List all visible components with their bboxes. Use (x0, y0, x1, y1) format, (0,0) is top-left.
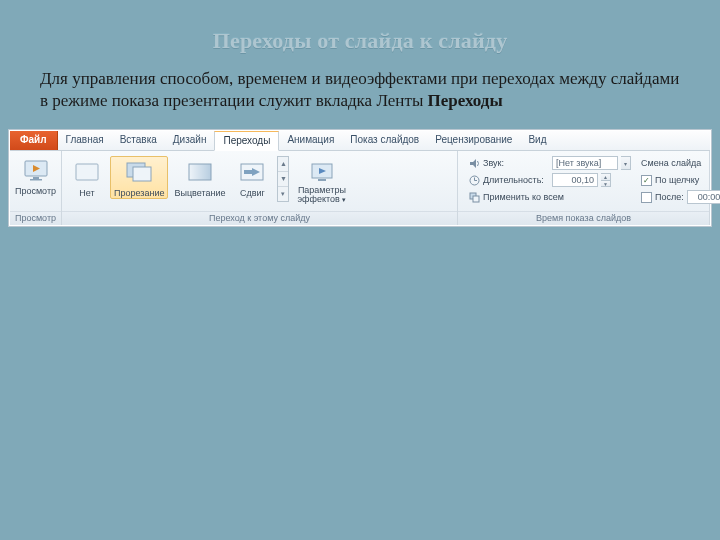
preview-label: Просмотр (15, 186, 56, 196)
after-row: После: 00:00,00 ▲▼ (641, 190, 720, 205)
tab-design[interactable]: Дизайн (165, 131, 215, 150)
timing-controls: Звук: [Нет звука] ▾ Длительность: 00,10 … (462, 154, 705, 205)
duration-row: Длительность: 00,10 ▲▼ (468, 173, 631, 188)
on-click-checkbox[interactable]: ✓ (641, 175, 652, 186)
chevron-down-icon: ▾ (342, 196, 346, 203)
timing-right-column: Смена слайда ✓ По щелчку После: 00:00,00… (641, 156, 720, 205)
svg-rect-6 (133, 167, 151, 181)
svg-rect-7 (189, 164, 211, 180)
gallery-expand[interactable]: ▾ (278, 187, 288, 201)
effect-options-button[interactable]: Параметрыэффектов ▾ (291, 156, 350, 205)
transition-cut-icon (125, 158, 153, 186)
transition-none[interactable]: Нет (66, 156, 108, 198)
transition-fade[interactable]: Выцветание (170, 156, 229, 198)
transition-fade-icon (186, 158, 214, 186)
duration-spinner[interactable]: ▲▼ (601, 173, 611, 187)
ribbon: Файл Главная Вставка Дизайн Переходы Ани… (8, 129, 712, 227)
transition-push-icon (238, 158, 266, 186)
advance-heading: Смена слайда (641, 156, 720, 171)
tab-animation[interactable]: Анимация (279, 131, 342, 150)
apply-all-icon (468, 191, 480, 203)
sound-label: Звук: (483, 158, 549, 168)
group-timing: Звук: [Нет звука] ▾ Длительность: 00,10 … (458, 151, 710, 225)
group-preview: Просмотр Просмотр (10, 151, 62, 225)
group-transitions: Нет Прорезание Выцветание (62, 151, 458, 225)
tab-home[interactable]: Главная (58, 131, 112, 150)
duration-icon (468, 174, 480, 186)
preview-button[interactable]: Просмотр (14, 154, 57, 196)
tab-bar: Файл Главная Вставка Дизайн Переходы Ани… (10, 131, 710, 151)
tab-insert[interactable]: Вставка (112, 131, 165, 150)
desc-text: Для управления способом, временем и виде… (40, 69, 679, 110)
ribbon-body: Просмотр Просмотр Нет Прорезание (10, 151, 710, 225)
tab-review[interactable]: Рецензирование (427, 131, 520, 150)
gallery-scroll-up[interactable]: ▲ (278, 157, 288, 172)
timing-left-column: Звук: [Нет звука] ▾ Длительность: 00,10 … (468, 156, 631, 205)
transition-none-label: Нет (79, 188, 94, 198)
sound-dropdown[interactable]: ▾ (621, 156, 631, 170)
effect-options-label2: эффектов (297, 194, 339, 204)
group-timing-label: Время показа слайдов (458, 211, 709, 225)
after-label: После: (655, 192, 684, 202)
slide-description: Для управления способом, временем и виде… (0, 54, 720, 129)
svg-rect-4 (76, 164, 98, 180)
tab-slideshow[interactable]: Показ слайдов (342, 131, 427, 150)
on-click-row[interactable]: ✓ По щелчку (641, 173, 720, 188)
svg-rect-2 (30, 179, 42, 181)
gallery-scroll-down[interactable]: ▼ (278, 172, 288, 187)
sound-row: Звук: [Нет звука] ▾ (468, 156, 631, 171)
duration-field[interactable]: 00,10 (552, 173, 598, 187)
duration-label: Длительность: (483, 175, 549, 185)
apply-all-row[interactable]: Применить ко всем (468, 190, 631, 205)
transition-none-icon (73, 158, 101, 186)
transition-fade-label: Выцветание (174, 188, 225, 198)
group-transitions-label: Переход к этому слайду (62, 211, 457, 225)
desc-bold: Переходы (428, 91, 503, 110)
sound-field[interactable]: [Нет звука] (552, 156, 618, 170)
gallery-scroll: ▲ ▼ ▾ (277, 156, 289, 202)
svg-rect-1 (33, 177, 39, 179)
tab-view[interactable]: Вид (520, 131, 554, 150)
sound-icon (468, 157, 480, 169)
svg-marker-14 (470, 159, 476, 168)
after-checkbox[interactable] (641, 192, 652, 203)
transition-push-label: Сдвиг (240, 188, 265, 198)
svg-rect-12 (318, 179, 326, 181)
svg-rect-19 (473, 196, 479, 202)
apply-all-label: Применить ко всем (483, 192, 564, 202)
slide-title: Переходы от слайда к слайду (0, 0, 720, 54)
effect-options-icon (308, 158, 336, 186)
preview-icon (22, 156, 50, 184)
transition-cut-label: Прорезание (114, 188, 164, 198)
svg-rect-10 (244, 170, 252, 174)
transition-push[interactable]: Сдвиг (231, 156, 273, 198)
transition-cut[interactable]: Прорезание (110, 156, 168, 199)
file-tab[interactable]: Файл (10, 131, 58, 150)
after-field[interactable]: 00:00,00 (687, 190, 720, 204)
on-click-label: По щелчку (655, 175, 699, 185)
tab-transitions[interactable]: Переходы (214, 131, 279, 151)
transition-gallery: Нет Прорезание Выцветание (66, 154, 453, 205)
group-preview-label: Просмотр (10, 211, 61, 225)
